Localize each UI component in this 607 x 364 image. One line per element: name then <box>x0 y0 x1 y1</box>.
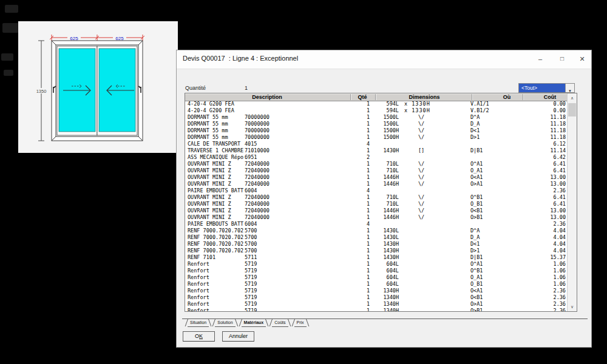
cell-code: 72040000 <box>245 174 270 181</box>
cell-qty: 1 <box>350 234 370 241</box>
table-row[interactable]: RENF 7000.7020.702570011430HD>14.04 <box>185 248 568 254</box>
tab-situation[interactable]: Situation <box>186 318 211 327</box>
cell-qty: 1 <box>350 101 370 107</box>
cell-qty: 1 <box>350 261 370 268</box>
window-drawing-panel: 625 625 1350 <box>18 21 178 153</box>
table-row[interactable]: DORMANT 55 mm7000000011500H\/D>111.18 <box>185 134 568 141</box>
table-row[interactable]: 4-20-4 G200 FEA1594Lx 1330HV.B1/20.00 <box>185 107 568 114</box>
cell-dim: 1446H <box>375 181 399 187</box>
table-row[interactable]: OUVRANT MINI Z720400001710L\/O_B16.41 <box>185 201 568 207</box>
tab-label: Situation <box>190 320 206 325</box>
scroll-thumb[interactable] <box>568 103 576 116</box>
table-row[interactable]: CALE DE TRANSPORT401546.12 <box>185 141 568 147</box>
cell-where: D>1 <box>470 248 480 254</box>
minimize-icon[interactable]: – <box>532 53 549 65</box>
table-row[interactable]: OUVRANT MINI Z720400001710L\/O^A16.41 <box>185 161 568 167</box>
column-divider <box>472 94 472 100</box>
table-row[interactable]: PAIRE EMBOUTS BATT600442.36 <box>185 221 568 228</box>
cell-dim: 594L <box>375 101 399 107</box>
table-row[interactable]: Renfort571911340HO<A12.36 <box>185 288 568 294</box>
table-row[interactable]: OUVRANT MINI Z7204000011446H\/O<A113.00 <box>185 174 568 181</box>
col-qty[interactable]: Qté <box>358 93 367 101</box>
cell-code: 70000000 <box>245 114 270 121</box>
cell-desc: PAIRE EMBOUTS BATT <box>188 187 243 194</box>
cell-qty: 1 <box>350 308 370 311</box>
close-icon[interactable]: ✕ <box>574 53 591 65</box>
cell-cost: 4.04 <box>522 228 566 234</box>
table-row[interactable]: DORMANT 55 mm7000000011500L\/D^A11.18 <box>185 114 568 121</box>
dialog-title: Devis Q00017 : Ligne 4 : Exceptionnel <box>183 55 298 62</box>
tab-solution[interactable]: Solution <box>213 318 237 327</box>
col-dimensions[interactable]: Dimensions <box>409 93 439 101</box>
table-row[interactable]: Renfort571911340HO>B12.36 <box>185 308 568 311</box>
cell-desc: DORMANT 55 mm <box>188 114 228 121</box>
cell-dim: 604L <box>375 281 399 288</box>
col-description[interactable]: Description <box>252 93 282 101</box>
cell-where: V.A1/1 <box>470 101 489 107</box>
cell-code: 5719 <box>245 308 257 311</box>
scroll-up-icon[interactable]: ∧ <box>568 93 577 103</box>
table-row[interactable]: Renfort57191604LO^A11.06 <box>185 261 568 268</box>
col-cost[interactable]: Coût <box>544 93 557 101</box>
cell-where: D|B1 <box>470 254 483 261</box>
cell-dim: 604L <box>375 261 399 268</box>
scroll-down-icon[interactable]: ∨ <box>568 302 577 311</box>
window-drawing: 625 625 1350 <box>18 21 178 153</box>
table-row[interactable]: RENF 7101571111430HD|B115.37 <box>185 254 568 261</box>
table-row[interactable]: DORMANT 55 mm7000000011500L\/D_A11.18 <box>185 121 568 127</box>
col-where[interactable]: Où <box>503 93 511 101</box>
cell-cost: 11.18 <box>522 134 566 141</box>
cell-cost: 1.06 <box>522 268 566 274</box>
tab-couts[interactable]: Coûts <box>270 318 290 327</box>
table-row[interactable]: ASS MECANIQUE Répo695126.42 <box>185 154 568 161</box>
cell-where: O<A1 <box>470 174 483 181</box>
table-row[interactable]: Renfort57191604LO_A11.06 <box>185 274 568 281</box>
cell-code: 5719 <box>245 261 257 268</box>
table-row[interactable]: RENF 7000.7020.702570011430LD_A4.04 <box>185 234 568 241</box>
cell-code: 6951 <box>245 154 257 161</box>
tab-prix[interactable]: Prix <box>293 318 308 327</box>
table-row[interactable]: Renfort571911340HO<B12.36 <box>185 294 568 301</box>
table-row[interactable]: OUVRANT MINI Z720400001710L\/O^B16.41 <box>185 194 568 201</box>
dropdown-button[interactable]: ▼ <box>565 84 574 92</box>
cell-cost: 2.36 <box>522 294 566 301</box>
table-row[interactable]: RENF 7000.7020.702570011430HD<14.04 <box>185 241 568 248</box>
tab-border <box>188 326 209 327</box>
table-row[interactable]: OUVRANT MINI Z720400001710L\/O_A16.41 <box>185 167 568 174</box>
cell-code: 5719 <box>245 288 257 294</box>
cancel-button[interactable]: Annuler <box>222 331 254 342</box>
maximize-icon[interactable]: □ <box>554 53 571 65</box>
cell-desc: Renfort <box>188 281 209 288</box>
table-row[interactable]: Renfort57191604LO^B11.06 <box>185 268 568 274</box>
vertical-scrollbar[interactable]: ∧ ∨ <box>567 93 577 311</box>
cell-desc: OUVRANT MINI Z <box>188 201 231 207</box>
screen: { "drawing_panel": { "dims": { "top_left… <box>0 0 607 364</box>
table-row[interactable]: OUVRANT MINI Z7204000011446H\/O>B113.00 <box>185 214 568 221</box>
cell-desc: Renfort <box>188 274 209 281</box>
cell-cost: 0.00 <box>522 107 566 114</box>
cell-code: 70000000 <box>245 121 270 127</box>
cell-qty: 1 <box>350 281 370 288</box>
cell-dim: 1500L <box>375 121 399 127</box>
table-row[interactable]: DORMANT 55 mm7000000011500H\/D<111.18 <box>185 127 568 134</box>
cell-where: O_B1 <box>470 281 483 288</box>
filter-dropdown[interactable]: <Tout> ▼ <box>518 83 575 93</box>
table-row[interactable]: OUVRANT MINI Z7204000011446H\/O<B113.00 <box>185 207 568 214</box>
cell-where: O^A1 <box>470 261 483 268</box>
table-row[interactable]: OUVRANT MINI Z7204000011446H\/O>A113.00 <box>185 181 568 187</box>
table-row[interactable]: 4-20-4 G200 FEA1594Lx 1330HV.A1/10.00 <box>185 101 568 107</box>
tab-materiaux[interactable]: Matériaux <box>240 318 268 327</box>
cell-sym: \/ <box>418 167 424 174</box>
ok-button[interactable]: OK <box>183 331 215 342</box>
cell-dim: 1430H <box>375 241 399 248</box>
cell-qty: 1 <box>350 288 370 294</box>
title-bar[interactable]: Devis Q00017 : Ligne 4 : Exceptionnel – … <box>177 50 591 69</box>
cell-dim: 1430L <box>375 234 399 241</box>
table-row[interactable]: Renfort571911340HO>A12.36 <box>185 301 568 308</box>
table-row[interactable]: Renfort57191604LO_B11.06 <box>185 281 568 288</box>
table-row[interactable]: PAIRE EMBOUTS BATT600442.36 <box>185 187 568 194</box>
table-row[interactable]: RENF 7000.7020.702570011430LD^A4.04 <box>185 228 568 234</box>
cell-where: O<A1 <box>470 288 483 294</box>
cell-dim: 1340H <box>375 294 399 301</box>
table-row[interactable]: TRAVERSE 1 CHAMBRE7101000011430H[]D|B111… <box>185 147 568 154</box>
